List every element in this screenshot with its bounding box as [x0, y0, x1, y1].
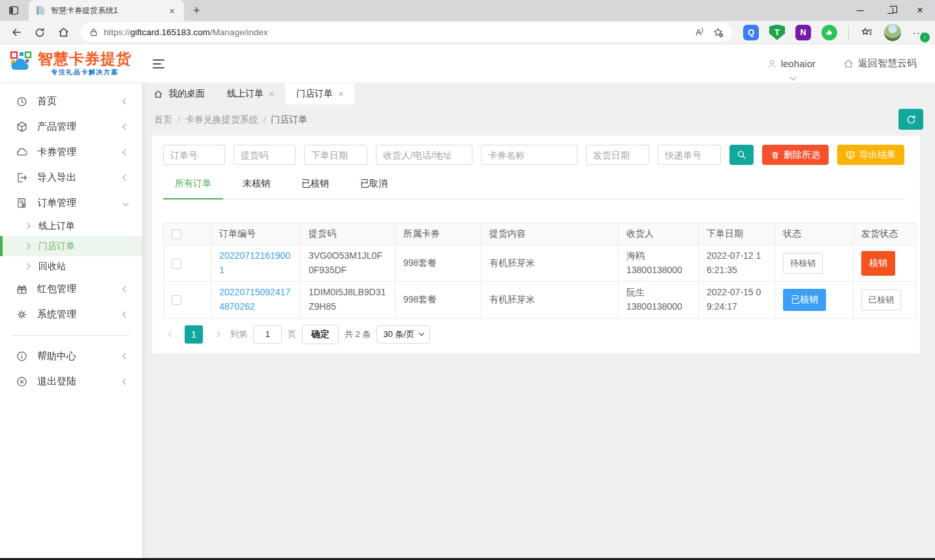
chevron-left-icon [123, 312, 129, 318]
sidebar-collapse-icon[interactable] [153, 59, 164, 68]
app-subtitle: 专注礼品卡解决方案 [51, 68, 119, 77]
status-badge: 待核销 [783, 253, 823, 274]
tab-cancelled[interactable]: 已取消 [348, 178, 399, 199]
sidebar-item-logout[interactable]: 退出登陆 [0, 369, 142, 394]
search-button[interactable] [729, 145, 754, 165]
browser-menu-button[interactable]: ··· ↑ [909, 23, 928, 42]
select-all-checkbox[interactable] [172, 229, 181, 239]
pick-code-input[interactable] [234, 145, 296, 165]
sidebar-subitem-recycle-bin[interactable]: 回收站 [0, 256, 142, 276]
app-logo[interactable]: 智慧卡券提货 专注礼品卡解决方案 [9, 50, 132, 76]
chevron-left-icon [123, 353, 129, 360]
extension-onenote-icon[interactable]: N [795, 25, 811, 40]
table-row: 202207150924174870262 1DIM0I5J8LB9D31Z9H… [164, 282, 916, 318]
address-bar[interactable]: https://giftcard.165183.com/Manage/index… [81, 23, 732, 42]
chevron-left-icon [123, 379, 129, 385]
chevron-down-icon [123, 200, 129, 207]
total-count: 共 2 条 [345, 329, 371, 340]
card-name-input[interactable] [481, 145, 577, 165]
main-area: 我的桌面 线上订单 × 门店订单 × 首页 / 卡券兑换提货系统 / 门店订单 [142, 83, 935, 558]
goto-page-input[interactable] [253, 325, 282, 344]
order-no-input[interactable] [163, 145, 225, 165]
verify-button[interactable]: 核销 [861, 251, 895, 276]
current-page[interactable]: 1 [185, 325, 203, 344]
order-date-input[interactable] [304, 145, 367, 165]
breadcrumb-home[interactable]: 首页 [154, 114, 172, 126]
export-results-button[interactable]: 导出结果 [837, 145, 904, 165]
breadcrumb-current: 门店订单 [271, 114, 307, 126]
read-aloud-icon[interactable]: A) [690, 24, 709, 41]
extension-shield-icon[interactable]: T [769, 25, 785, 40]
sidebar-item-redpacket[interactable]: 红包管理 [0, 276, 142, 302]
tab-all-orders[interactable]: 所有订单 [163, 178, 223, 199]
next-page-button[interactable] [209, 325, 224, 344]
extension-quicklook-icon[interactable]: Q [743, 25, 759, 40]
chevron-down-icon [419, 331, 424, 336]
chevron-left-icon [123, 149, 129, 156]
tab-store-orders[interactable]: 门店订单 × [285, 83, 354, 104]
tab-close-icon[interactable]: × [166, 6, 177, 16]
chevron-left-icon [123, 124, 129, 130]
chevron-left-icon [123, 175, 129, 181]
sidebar-item-orders[interactable]: 订单管理 [0, 190, 142, 216]
toolbar-divider [848, 26, 849, 39]
sidebar-subitem-store-orders[interactable]: 门店订单 [0, 236, 142, 256]
chevron-left-icon [123, 286, 129, 293]
minimize-button[interactable] [845, 0, 875, 21]
user-icon [766, 58, 778, 70]
prev-page-button[interactable] [163, 325, 179, 344]
orders-table: 订单编号 提货码 所属卡券 提货内容 收货人 下单日期 状态 发货状态 2022… [163, 223, 916, 319]
sidebar-item-home[interactable]: 首页 [0, 89, 142, 114]
url-text: https://giftcard.165183.com/Manage/index [104, 27, 690, 37]
order-status-tabs: 所有订单 未核销 已核销 已取消 [163, 178, 906, 199]
refresh-icon[interactable] [30, 23, 50, 42]
ship-date-input[interactable] [586, 145, 649, 165]
receiver-input[interactable] [376, 145, 472, 165]
receiver-phone: 13800138000 [626, 263, 690, 278]
favorite-add-icon[interactable] [709, 24, 727, 41]
chevron-right-icon [24, 263, 31, 270]
tab-verified[interactable]: 已核销 [290, 178, 341, 199]
window-close-button[interactable]: × [905, 0, 935, 21]
sidebar-item-help[interactable]: 帮助中心 [0, 344, 142, 369]
tab-workspaces-icon[interactable] [8, 5, 20, 16]
username: leohaior [781, 58, 816, 69]
home-icon[interactable] [54, 23, 73, 42]
order-link[interactable]: 202207121619001 [219, 250, 290, 275]
sidebar-item-import-export[interactable]: 导入导出 [0, 165, 142, 190]
tab-my-desktop[interactable]: 我的桌面 [142, 83, 216, 104]
browser-tab[interactable]: 智慧卡券提货系统1 × [29, 0, 184, 21]
user-menu[interactable]: leohaior [766, 58, 816, 70]
new-tab-button[interactable]: + [193, 4, 200, 18]
order-link[interactable]: 202207150924174870262 [219, 287, 290, 312]
sidebar-divider [12, 335, 130, 336]
page-size-select[interactable]: 30 条/页 [376, 325, 430, 344]
cloud-icon [16, 146, 28, 158]
restore-button[interactable] [875, 0, 905, 21]
back-to-cloud-link[interactable]: 返回智慧云码 [843, 57, 917, 70]
page-refresh-button[interactable] [898, 109, 923, 130]
app-header: 智慧卡券提货 专注礼品卡解决方案 leohaior 返回智慧云码 [0, 44, 935, 83]
favorites-bar-icon[interactable] [857, 23, 876, 42]
tab-online-orders[interactable]: 线上订单 × [216, 83, 285, 104]
delete-selected-button[interactable]: 删除所选 [762, 145, 829, 165]
receiver-phone: 13800138000 [626, 300, 690, 314]
chevron-right-icon [24, 243, 31, 250]
confirm-button[interactable]: 确定 [302, 325, 339, 344]
home-outline-icon [153, 89, 163, 99]
tracking-no-input[interactable] [658, 145, 721, 165]
tab-unverified[interactable]: 未核销 [231, 178, 282, 199]
row-checkbox[interactable] [172, 259, 181, 269]
page-unit-label: 页 [288, 329, 296, 340]
back-icon[interactable] [7, 23, 26, 42]
row-checkbox[interactable] [172, 295, 181, 305]
close-icon[interactable]: × [338, 89, 343, 99]
browser-profile-avatar[interactable] [884, 24, 901, 41]
sidebar-item-products[interactable]: 产品管理 [0, 114, 142, 140]
extension-thumbup-icon[interactable] [821, 25, 837, 40]
sidebar-item-system[interactable]: 系统管理 [0, 302, 142, 327]
sidebar-subitem-online-orders[interactable]: 线上订单 [0, 216, 142, 236]
sidebar-item-cards[interactable]: 卡券管理 [0, 140, 142, 165]
close-icon[interactable]: × [269, 89, 274, 99]
breadcrumb-system[interactable]: 卡券兑换提货系统 [185, 114, 258, 126]
